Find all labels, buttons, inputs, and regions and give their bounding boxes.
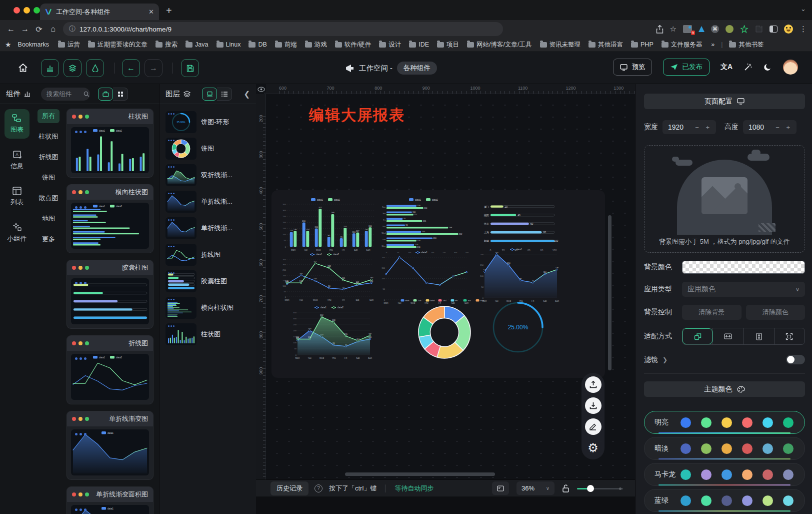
theme-color-dot[interactable] xyxy=(783,443,794,454)
history-button[interactable]: 历史记录 xyxy=(270,481,308,495)
bookmark-folder[interactable]: DB xyxy=(245,40,270,49)
new-tab-button[interactable]: + xyxy=(166,5,172,17)
filter-item[interactable]: 散点图 xyxy=(34,191,63,205)
canvas-chart-line[interactable]: 050100150200250300350MonTueWedThuFriSatS… xyxy=(280,251,374,302)
bookmark-star-icon[interactable]: ☆ xyxy=(670,25,676,34)
dark-mode-moon-icon[interactable] xyxy=(764,63,772,72)
extension-green-icon[interactable] xyxy=(726,25,734,33)
bookmark-folder[interactable]: 软件/硬件 xyxy=(332,40,374,50)
clear-background-button[interactable]: 清除背景 xyxy=(682,305,742,320)
extension-kite-icon[interactable] xyxy=(698,26,704,32)
canvas-chart-gradient-line[interactable]: 050100150200MonTueWedThuFriSatSundata112… xyxy=(478,246,560,303)
bookmark-folder[interactable]: 前端 xyxy=(272,40,300,50)
home-icon[interactable] xyxy=(18,63,28,73)
width-input[interactable]: 1920− + xyxy=(662,120,716,134)
canvas-chart-bar[interactable]: 050100150200250300350data1data2MonTueWed… xyxy=(280,196,376,252)
filter-item[interactable]: 饼图 xyxy=(38,171,60,185)
bookmark-folder[interactable]: 运营 xyxy=(54,40,84,50)
canvas-chart-capsule[interactable]: 厦门20南阳40北京60上海80新疆100020406080100 xyxy=(480,198,558,252)
translate-icon[interactable]: 文A xyxy=(720,63,732,72)
extension-star-icon[interactable] xyxy=(740,25,748,34)
zoom-slider[interactable] xyxy=(577,485,623,492)
background-upload-dropzone[interactable]: 背景图需小于 5M ，格式为 png/jpg/gif 的文件 xyxy=(644,145,805,253)
theme-row-4[interactable]: 蓝绿 xyxy=(644,489,805,512)
filter-item[interactable]: 折线图 xyxy=(34,150,63,164)
layer-item[interactable]: 横向柱状图 xyxy=(166,297,252,319)
layer-list-view-toggle[interactable] xyxy=(217,88,232,101)
charts-tool-button[interactable] xyxy=(41,59,59,77)
clear-color-button[interactable]: 清除颜色 xyxy=(746,305,806,320)
bookmark-folder[interactable]: 近期需要读的文章 xyxy=(84,40,151,50)
dashboard-preview[interactable]: 050100150200250300350data1data2MonTueWed… xyxy=(272,190,605,378)
publish-button[interactable]: 已发布 xyxy=(663,59,710,76)
bookmark-folder[interactable]: 网站/博客/文章/工具 xyxy=(464,40,535,50)
preview-button[interactable]: 预览 xyxy=(613,59,652,76)
theme-color-dot[interactable] xyxy=(742,417,752,428)
bookmarks-overflow-chevron[interactable]: » xyxy=(708,40,718,49)
window-zoom-button[interactable] xyxy=(34,7,40,14)
theme-color-dot[interactable] xyxy=(742,469,752,480)
save-button[interactable] xyxy=(181,59,199,77)
layer-item[interactable]: 单折线渐... xyxy=(166,191,252,213)
component-card[interactable]: 单折线渐变图data1 xyxy=(67,411,153,479)
component-card[interactable]: 单折线渐变面积图data1 xyxy=(67,487,153,514)
theme-color-dot[interactable] xyxy=(783,417,794,428)
bookmark-folder[interactable]: 设计 xyxy=(376,40,404,50)
bookmark-folder[interactable]: 搜索 xyxy=(152,40,181,50)
tab-search-icon[interactable]: ⌄ xyxy=(800,5,806,13)
bookmark-folder[interactable]: PHP xyxy=(628,40,657,49)
theme-color-dot[interactable] xyxy=(701,417,712,428)
browser-back-icon[interactable]: ← xyxy=(4,25,18,34)
layer-item[interactable]: 胶囊柱图 xyxy=(166,270,252,292)
extensions-puzzle-icon[interactable] xyxy=(755,25,763,33)
extension-tabs-icon[interactable]: 9 xyxy=(683,25,692,33)
profile-avatar[interactable] xyxy=(784,25,793,34)
upload-button[interactable] xyxy=(585,376,602,393)
theme-color-dot[interactable] xyxy=(701,443,712,454)
browser-home-icon[interactable]: ⌂ xyxy=(46,25,60,34)
undo-button[interactable]: ← xyxy=(122,59,140,77)
grid-view-toggle[interactable] xyxy=(113,88,128,101)
theme-color-dot[interactable] xyxy=(742,443,752,454)
redo-button[interactable]: → xyxy=(144,59,162,77)
theme-color-dot[interactable] xyxy=(783,495,794,506)
canvas-chart-gradient-area[interactable]: 050100150200250300350MonTueWedThuFriSatS… xyxy=(290,304,372,360)
chevron-right-icon[interactable]: ❯ xyxy=(662,356,668,363)
tab-close-icon[interactable]: ✕ xyxy=(148,8,154,16)
zoom-select[interactable]: 36%∨ xyxy=(516,481,554,495)
bookmark-folder[interactable]: 项目 xyxy=(434,40,462,50)
height-input[interactable]: 1080− + xyxy=(743,120,796,134)
dashboard-title-text[interactable]: 编辑大屏报表 xyxy=(309,105,405,126)
bookmark-folder[interactable]: 文件服务器 xyxy=(658,40,706,50)
site-info-icon[interactable]: ⓘ xyxy=(69,25,76,34)
detail-tool-button[interactable] xyxy=(86,59,104,77)
fit-scale-button[interactable] xyxy=(682,328,712,344)
fit-width-button[interactable] xyxy=(712,328,743,344)
theme-color-dot[interactable] xyxy=(680,417,691,428)
bookmarks-star-icon[interactable]: ★ xyxy=(5,41,12,49)
component-card[interactable]: 柱状图data1data2 xyxy=(67,109,153,177)
workspace-name-pill[interactable]: 各种组件 xyxy=(397,62,437,75)
theme-color-dot[interactable] xyxy=(762,443,773,454)
canvas-chart-hbar[interactable]: data1data2050100150200250300350Mon120130… xyxy=(379,196,473,254)
theme-row-1[interactable]: 明亮 xyxy=(644,411,805,434)
slider-thumb[interactable] xyxy=(587,485,594,492)
app-type-select[interactable]: 应用颜色∨ xyxy=(682,282,805,297)
canvas-vertical-scrollbar[interactable] xyxy=(608,215,612,370)
bookmark-folder[interactable]: 资讯未整理 xyxy=(536,40,584,50)
user-avatar[interactable] xyxy=(783,60,798,75)
theme-color-dot[interactable] xyxy=(680,443,691,454)
help-icon[interactable]: ? xyxy=(314,484,322,492)
browser-forward-icon[interactable]: → xyxy=(18,25,32,34)
stepper-buttons[interactable]: − + xyxy=(776,124,792,131)
sidebar-category-4[interactable]: 小组件 xyxy=(4,218,30,248)
fit-stretch-button[interactable] xyxy=(774,328,804,344)
browser-menu-icon[interactable]: ⋮ xyxy=(800,25,807,34)
stepper-buttons[interactable]: − + xyxy=(695,124,712,131)
window-close-button[interactable] xyxy=(14,7,20,14)
other-bookmarks[interactable]: 其他书签 xyxy=(726,40,767,50)
canvas-chart-ring[interactable]: 25.00% xyxy=(490,297,546,357)
filter-item[interactable]: 所有 xyxy=(38,109,60,123)
layer-item[interactable]: 25.00%饼图-环形 xyxy=(166,111,252,133)
magic-wand-icon[interactable] xyxy=(744,63,752,72)
